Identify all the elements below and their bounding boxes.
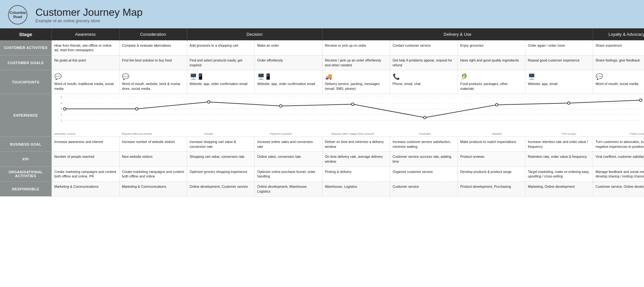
cell-kpi-1: New website visitors [119, 152, 187, 167]
cell-org-activities-7: Target marketing, make re-ordering easy,… [525, 167, 593, 181]
cell-kpi-7: Retention rate, order value & frequency [525, 152, 593, 167]
cell-business-goal-6: Make products to match expectations [457, 137, 525, 151]
cell-customer-activities-7: Order again / order more [525, 40, 593, 55]
svg-point-17 [208, 101, 210, 103]
svg-text:Interested, curious: Interested, curious [54, 132, 75, 135]
stage-header-row: Stage Awareness Consideration Decision D… [0, 28, 644, 40]
cell-org-activities-1: Create marketing campaigns and content b… [119, 167, 187, 181]
cell-kpi-5: Customer service success rate, waiting t… [390, 152, 457, 167]
cell-responsible-5: Customer service [390, 181, 457, 196]
cell-business-goal-8: Turn customers to advocates, turn negati… [593, 137, 644, 151]
header-title: Customer Journey Map Example of an onlin… [35, 6, 143, 23]
stage-consideration: Consideration [119, 28, 187, 40]
row-label-touchpoints: TOUCHPOINTS [0, 70, 52, 94]
svg-point-29 [496, 104, 498, 106]
cell-customer-activities-0: Hear from friends, see offline or online… [52, 40, 119, 55]
cell-customer-activities-6: Enjoy groceries [457, 40, 525, 55]
row-label-customer-goals: CUSTOMER GOALS [0, 55, 52, 70]
journey-table: Stage Awareness Consideration Decision D… [0, 28, 644, 196]
cell-org-activities-6: Develop products & product range [457, 167, 525, 181]
cell-customer-activities-8: Share experience [593, 40, 644, 55]
svg-text:Requires effort but excited: Requires effort but excited [121, 132, 151, 135]
cell-business-goal-3: Increase online sales and conversion rat… [255, 137, 322, 151]
cell-touchpoints-2: 🖥️📱Website, app, order confirmation emai… [187, 70, 255, 94]
row-kpi: KPINumber of people reachedNew website v… [0, 152, 644, 167]
experience-svg: 12345Interested, curiousRequires effort … [52, 94, 644, 136]
cell-customer-goals-5: Get help if problems appear, request for… [390, 55, 457, 70]
svg-text:Frustrated: Frustrated [419, 132, 430, 135]
cell-customer-goals-2: Find and select products easily, get ins… [187, 55, 255, 70]
cell-responsible-0: Marketing & Communications [52, 181, 119, 196]
cell-touchpoints-0: 💬Word of mouth, traditional media, socia… [52, 70, 119, 94]
row-customer-goals: CUSTOMER GOALSNo goals at this pointFind… [0, 55, 644, 70]
page-title: Customer Journey Map [35, 6, 143, 18]
stage-delivery: Delivery & Use [322, 28, 593, 40]
cell-customer-activities-2: Add groceries to a shopping cart [187, 40, 255, 55]
cell-responsible-3: Online development, Warehouse, Logistics [255, 181, 322, 196]
cell-business-goal-1: Increase number of website visitors [119, 137, 187, 151]
cell-business-goal-0: Increase awareness and interest [52, 137, 119, 151]
stage-label-header: Stage [0, 28, 52, 40]
cell-responsible-8: Customer service, Online development [593, 181, 644, 196]
svg-point-11 [64, 108, 66, 110]
cell-business-goal-7: Increase retention rate and order value … [525, 137, 593, 151]
svg-text:5: 5 [60, 96, 62, 99]
row-customer-activities: CUSTOMER ACTIVITIESHear from friends, se… [0, 40, 644, 55]
cell-touchpoints-5: 📞Phone, email, chat [390, 70, 457, 94]
row-label-experience: EXPERIENCE [0, 94, 52, 137]
cell-customer-goals-3: Order effortlessly [255, 55, 322, 70]
svg-point-32 [568, 102, 570, 104]
svg-text:Satisfied: Satisfied [492, 132, 502, 135]
svg-point-26 [424, 117, 426, 119]
row-label-responsible: RESPONSIBLE [0, 181, 52, 196]
svg-point-14 [136, 108, 138, 110]
svg-text:2: 2 [60, 113, 62, 116]
cell-responsible-7: Marketing, Online development [525, 181, 593, 196]
cell-customer-goals-0: No goals at this point [52, 55, 119, 70]
cell-customer-activities-3: Make an order [255, 40, 322, 55]
cell-business-goal-2: Increase shopping cart value & conversio… [187, 137, 255, 151]
svg-text:1: 1 [60, 119, 62, 122]
journey-map-container: Stage Awareness Consideration Decision D… [0, 28, 644, 196]
cell-touchpoints-6: 🥬Food products, packages, other material… [457, 70, 525, 94]
logo: ColumbiaRoad [6, 5, 29, 24]
cell-kpi-8: Viral coeffient, customer satisfaction [593, 152, 644, 167]
cell-customer-goals-7: Repeat good customer experience [525, 55, 593, 70]
svg-point-23 [352, 103, 354, 105]
svg-text:4: 4 [60, 101, 62, 105]
cell-org-activities-0: Create marketing campaigns and content b… [52, 167, 119, 181]
cell-org-activities-5: Organize customer service [390, 167, 457, 181]
row-label-customer-activities: CUSTOMER ACTIVITIES [0, 40, 52, 55]
experience-chart-cell: 12345Interested, curiousRequires effort … [52, 94, 644, 137]
cell-kpi-6: Product reviews [457, 152, 525, 167]
cell-touchpoints-3: 🖥️📱Website, app, order confirmation emai… [255, 70, 322, 94]
svg-point-20 [280, 105, 282, 107]
logo-text: ColumbiaRoad [8, 5, 27, 24]
svg-text:Requires effort, happy when re: Requires effort, happy when received [331, 132, 374, 135]
cell-customer-goals-8: Share feelings, give feedback [593, 55, 644, 70]
cell-org-activities-3: Optimize online purchase funnel, order h… [255, 167, 322, 181]
row-label-kpi: KPI [0, 152, 52, 167]
row-label-org-activities: ORGANISATIONAL ACTIVITIES [0, 167, 52, 181]
cell-customer-goals-6: Have right and good quality ingredients [457, 55, 525, 70]
cell-touchpoints-7: 🖥️Website, app, email [525, 70, 593, 94]
cell-customer-activities-1: Compare & evaluate alternatives [119, 40, 187, 55]
row-experience: EXPERIENCE12345Interested, curiousRequir… [0, 94, 644, 137]
cell-customer-activities-4: Receive or pick up on order [322, 40, 390, 55]
cell-customer-goals-1: Find the best solution to buy food [119, 55, 187, 70]
cell-responsible-4: Warehouse, Logistics [322, 181, 390, 196]
cell-org-activities-4: Picking & delivery [322, 167, 390, 181]
cell-responsible-6: Product development, Purchasing [457, 181, 525, 196]
cell-responsible-2: Online development, Customer service [187, 181, 255, 196]
cell-touchpoints-4: 🚚Delivery service, packing, messages (em… [322, 70, 390, 94]
cell-org-activities-8: Manage feedback and social media, develo… [593, 167, 644, 181]
cell-responsible-1: Marketing & Communications [119, 181, 187, 196]
row-responsible: RESPONSIBLEMarketing & CommunicationsMar… [0, 181, 644, 196]
cell-kpi-3: Online sales, conversion rate [255, 152, 322, 167]
page-subtitle: Example of an online grocery store [35, 18, 143, 23]
cell-kpi-0: Number of people reached [52, 152, 119, 167]
cell-business-goal-5: Increase customer service satisfaction, … [390, 137, 457, 151]
svg-text:"I have to share this": "I have to share this" [629, 132, 644, 135]
cell-kpi-4: On time delivery rate, average delivery … [322, 152, 390, 167]
cell-customer-goals-4: Receive / pick up an order effortlessly … [322, 55, 390, 70]
